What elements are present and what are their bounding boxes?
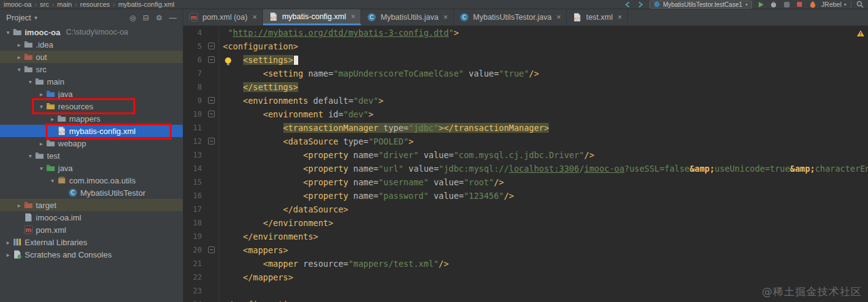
chevron-right-icon[interactable]: ▸ (37, 140, 46, 147)
tree-item-pom-xml[interactable]: mpom.xml (0, 224, 183, 236)
code-line-11[interactable]: 11 <transactionManager type="jdbc"></tra… (183, 121, 868, 135)
line-number[interactable]: 22 (183, 271, 206, 284)
line-number[interactable]: 11 (183, 121, 206, 135)
gutter[interactable]: − (206, 107, 219, 121)
stop-icon[interactable] (795, 1, 804, 9)
tree-item-main[interactable]: ▾main (0, 75, 183, 88)
back-icon[interactable] (624, 1, 632, 9)
gutter[interactable]: − (206, 243, 219, 257)
fold-icon[interactable]: − (208, 56, 215, 63)
gutter[interactable] (206, 298, 219, 302)
gutter[interactable] (206, 26, 219, 40)
gutter[interactable] (206, 189, 219, 203)
inspections-warning-icon[interactable] (856, 27, 865, 41)
editor[interactable]: 4 "http://mybatis.org/dtd/mybatis-3-conf… (183, 26, 868, 302)
tree-item-imooc-oa[interactable]: ▾imooc-oaC:\study\imooc-oa (0, 26, 183, 38)
locate-file-icon[interactable]: ◎ (130, 14, 136, 22)
tree-item-src[interactable]: ▾src (0, 63, 183, 75)
code-line-17[interactable]: 17 </dataSource> (183, 203, 868, 216)
gutter[interactable] (206, 203, 219, 216)
tab-mybatisutilstestor-java[interactable]: CMybatisUtilsTestor.java× (454, 9, 567, 25)
chevron-right-icon[interactable]: ▸ (4, 251, 12, 258)
gutter[interactable]: − (206, 40, 219, 53)
fold-icon[interactable]: − (208, 97, 215, 104)
line-number[interactable]: 7 (183, 67, 206, 80)
tree-item-external-libraries[interactable]: ▸External Libraries (0, 236, 183, 248)
close-icon[interactable]: × (556, 13, 561, 22)
chevron-right-icon[interactable]: ▸ (15, 54, 23, 61)
fold-icon[interactable]: − (208, 138, 215, 145)
gutter[interactable] (206, 230, 219, 243)
chevron-down-icon[interactable]: ▾ (37, 165, 46, 172)
forward-icon[interactable] (636, 1, 645, 9)
gutter[interactable] (206, 175, 219, 189)
code-line-5[interactable]: 5−<configuration> (183, 40, 868, 53)
line-number[interactable]: 8 (183, 80, 206, 94)
gutter[interactable] (206, 121, 219, 135)
close-icon[interactable]: × (617, 13, 622, 22)
tree-item-java[interactable]: ▾java (0, 162, 183, 174)
tree-item-java[interactable]: ▸java (0, 88, 183, 100)
tree-item-test[interactable]: ▾test (0, 149, 183, 162)
tree-item-target[interactable]: ▸target (0, 199, 183, 211)
close-icon[interactable]: × (443, 13, 448, 22)
tree-item-mybatis-config-xml[interactable]: </>mybatis-config.xml (0, 125, 183, 137)
tree-item-webapp[interactable]: ▸webapp (0, 137, 183, 149)
chevron-right-icon[interactable]: ▸ (37, 91, 46, 98)
jrebel-button[interactable]: JRebel ▾ (821, 1, 846, 8)
gutter[interactable] (206, 216, 219, 230)
code-area[interactable]: 4 "http://mybatis.org/dtd/mybatis-3-conf… (183, 26, 868, 302)
chevron-down-icon[interactable]: ▾ (26, 78, 35, 85)
code-line-24[interactable]: 24</configuration> (183, 298, 868, 302)
tree-item-resources[interactable]: ▾resources (0, 100, 183, 112)
gutter[interactable]: − (206, 94, 219, 107)
code-line-8[interactable]: 8 </settings> (183, 80, 868, 94)
line-number[interactable]: 13 (183, 148, 206, 162)
chevron-right-icon[interactable]: ▸ (4, 239, 12, 246)
tree-item-out[interactable]: ▸out (0, 51, 183, 63)
chevron-down-icon[interactable]: ▾ (37, 103, 46, 110)
line-number[interactable]: 12 (183, 135, 206, 148)
gutter[interactable] (206, 67, 219, 80)
chevron-down-icon[interactable]: ▾ (26, 153, 35, 159)
gutter[interactable] (206, 284, 219, 298)
fold-icon[interactable]: − (208, 111, 215, 117)
code-line-21[interactable]: 21 <mapper resource="mappers/test.xml"/> (183, 257, 868, 271)
line-number[interactable]: 10 (183, 107, 206, 121)
code-line-22[interactable]: 22 </mappers> (183, 271, 868, 284)
coverage-icon[interactable] (782, 1, 791, 9)
tree-item-mappers[interactable]: ▸mappers (0, 112, 183, 125)
code-line-13[interactable]: 13 <property name="driver" value="com.my… (183, 148, 868, 162)
gutter[interactable] (206, 271, 219, 284)
line-number[interactable]: 16 (183, 189, 206, 203)
gutter[interactable] (206, 148, 219, 162)
tab-mybatisutils-java[interactable]: CMybatisUtils.java× (361, 9, 454, 25)
run-button[interactable] (756, 1, 765, 9)
search-icon[interactable] (856, 1, 864, 9)
line-number[interactable]: 4 (183, 26, 206, 40)
code-line-12[interactable]: 12− <dataSource type="POOLED"> (183, 135, 868, 148)
line-number[interactable]: 15 (183, 175, 206, 189)
gutter[interactable] (206, 162, 219, 175)
code-line-16[interactable]: 16 <property name="password" value="1234… (183, 189, 868, 203)
line-number[interactable]: 23 (183, 284, 206, 298)
gutter[interactable]: − (206, 53, 219, 67)
line-number[interactable]: 20 (183, 243, 206, 257)
tree-item-scratches-and-consoles[interactable]: ▸Scratches and Consoles (0, 248, 183, 261)
code-line-20[interactable]: 20− <mappers> (183, 243, 868, 257)
breadcrumb-item-src[interactable]: src (40, 1, 49, 8)
tab-mybatis-config-xml[interactable]: </>mybatis-config.xml× (263, 9, 362, 25)
gutter[interactable]: − (206, 135, 219, 148)
line-number[interactable]: 14 (183, 162, 206, 175)
line-number[interactable]: 18 (183, 216, 206, 230)
code-line-19[interactable]: 19 </environments> (183, 230, 868, 243)
tree-item-com-imooc-oa-utils[interactable]: ▾com.imooc.oa.utils (0, 174, 183, 187)
chevron-down-icon[interactable]: ▾ (4, 29, 12, 36)
collapse-all-icon[interactable]: ⊟ (143, 14, 149, 22)
line-number[interactable]: 6 (183, 53, 206, 67)
gutter[interactable] (206, 257, 219, 271)
breadcrumb-item-mybatis-config-xml[interactable]: mybatis-config.xml (118, 1, 174, 8)
jrebel-flame-icon[interactable] (808, 1, 817, 9)
tree-item-imooc-oa-iml[interactable]: imooc-oa.iml (0, 211, 183, 224)
line-number[interactable]: 24 (183, 298, 206, 302)
